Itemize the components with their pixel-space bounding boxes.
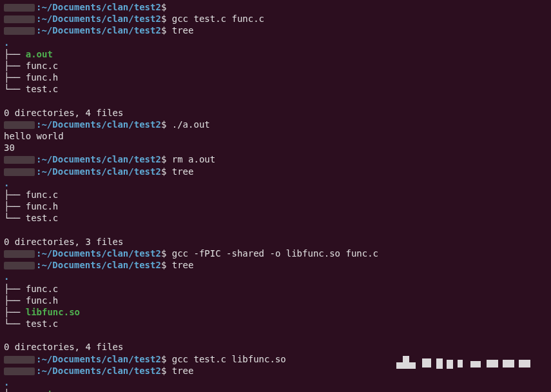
cmd-rm: rm a.out	[172, 154, 215, 164]
cmd-run: ./a.out	[172, 119, 210, 130]
tree-root: .	[4, 37, 547, 48]
tree-summary: 0 directories, 4 files	[4, 107, 547, 119]
terminal-output[interactable]: :~/Documents/clan/test2$ :~/Documents/cl…	[4, 1, 547, 392]
tree-summary: 0 directories, 4 files	[4, 341, 547, 353]
tree-item: └── test.c	[4, 83, 547, 95]
prompt-line: :~/Documents/clan/test2$	[4, 1, 547, 13]
tree-item: └── test.c	[4, 212, 547, 224]
tree-item: ├── a.out	[4, 388, 547, 392]
prompt-line: :~/Documents/clan/test2$ gcc test.c func…	[4, 13, 547, 24]
cmd-tree: tree	[172, 260, 194, 270]
tree-summary: 0 directories, 3 files	[4, 236, 547, 248]
prompt-line: :~/Documents/clan/test2$ ./a.out	[4, 119, 547, 130]
prompt-line: :~/Documents/clan/test2$ tree	[4, 166, 547, 177]
tree-item: ├── a.out	[4, 48, 547, 60]
cmd-gcc-link: gcc test.c libfunc.so	[172, 354, 286, 364]
file-shared-lib: libfunc.so	[26, 307, 80, 317]
output-line: 30	[4, 142, 547, 153]
tree-root: .	[4, 177, 547, 189]
tree-root: .	[4, 377, 547, 388]
tree-item: ├── func.h	[4, 201, 547, 212]
tree-item: ├── libfunc.so	[4, 306, 547, 318]
cmd-tree: tree	[172, 25, 194, 35]
cmd-tree: tree	[172, 166, 194, 177]
tree-root: .	[4, 271, 547, 282]
tree-item: ├── func.h	[4, 295, 547, 306]
file-executable: a.out	[26, 389, 53, 392]
file-executable: a.out	[26, 49, 53, 59]
cmd-tree: tree	[172, 366, 194, 376]
output-line: hello world	[4, 130, 547, 142]
tree-item: ├── func.c	[4, 60, 547, 72]
prompt-line: :~/Documents/clan/test2$ rm a.out	[4, 153, 547, 165]
tree-item: ├── func.h	[4, 72, 547, 83]
prompt-line: :~/Documents/clan/test2$ gcc -fPIC -shar…	[4, 248, 547, 259]
prompt-line: :~/Documents/clan/test2$ tree	[4, 24, 547, 36]
watermark-icon	[396, 355, 545, 373]
tree-item: ├── func.c	[4, 189, 547, 201]
tree-item: └── test.c	[4, 318, 547, 329]
cmd-gcc-shared: gcc -fPIC -shared -o libfunc.so func.c	[172, 248, 378, 259]
cmd-gcc: gcc test.c func.c	[172, 14, 264, 24]
prompt-line: :~/Documents/clan/test2$ tree	[4, 259, 547, 271]
tree-item: ├── func.c	[4, 283, 547, 295]
